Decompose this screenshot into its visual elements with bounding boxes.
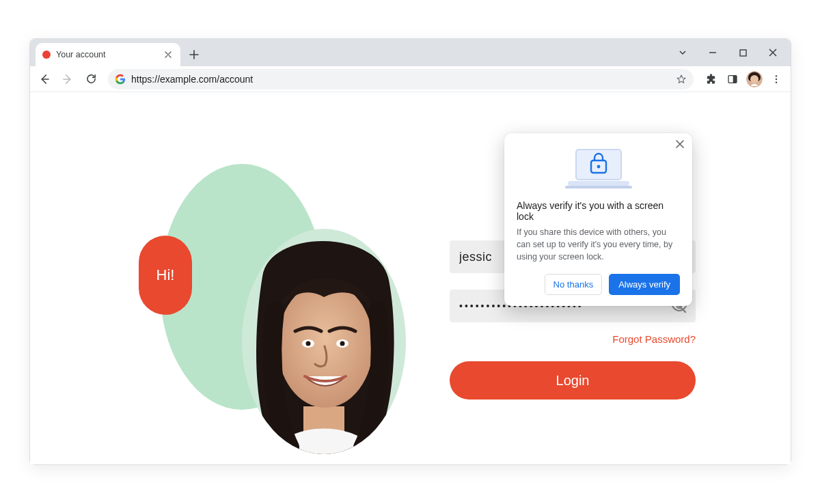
greeting-text: Hi! (156, 266, 175, 284)
maximize-button[interactable] (728, 39, 758, 66)
popup-title: Always verify it's you with a screen loc… (517, 200, 680, 222)
lock-laptop-icon (517, 143, 680, 200)
caret-down-icon[interactable] (668, 39, 698, 66)
svg-rect-16 (568, 181, 629, 186)
extensions-icon[interactable] (700, 69, 721, 89)
kebab-menu-icon[interactable] (766, 69, 787, 89)
profile-avatar[interactable] (744, 69, 765, 89)
site-info-icon[interactable] (115, 74, 126, 85)
svg-rect-2 (733, 75, 737, 83)
browser-tab[interactable]: Your account (36, 43, 180, 66)
url-input[interactable] (131, 74, 670, 85)
screen-lock-popup: Always verify it's you with a screen loc… (504, 133, 692, 306)
toolbar (30, 66, 791, 92)
no-thanks-button[interactable]: No thanks (545, 274, 603, 295)
svg-point-4 (750, 75, 758, 83)
tab-title: Your account (56, 50, 157, 59)
new-tab-button[interactable] (184, 45, 204, 64)
greeting-bubble: Hi! (139, 236, 192, 315)
svg-point-5 (776, 75, 777, 76)
tab-close-icon[interactable] (163, 49, 174, 60)
svg-point-9 (277, 282, 373, 408)
titlebar: Your account (30, 39, 791, 66)
bookmark-star-icon[interactable] (676, 74, 687, 85)
svg-point-7 (776, 81, 777, 83)
minimize-button[interactable] (698, 39, 728, 66)
svg-point-6 (776, 78, 777, 79)
login-button[interactable]: Login (450, 361, 696, 400)
forward-button[interactable] (57, 69, 78, 89)
hero-avatar (242, 229, 406, 454)
popup-body: If you share this device with others, yo… (517, 226, 680, 263)
forgot-password-link[interactable]: Forgot Password? (450, 333, 696, 345)
address-bar[interactable] (108, 69, 694, 89)
favicon (42, 51, 51, 59)
popup-actions: No thanks Always verify (517, 274, 680, 295)
popup-close-icon[interactable] (676, 140, 684, 148)
always-verify-button[interactable]: Always verify (609, 274, 680, 295)
svg-point-13 (340, 341, 345, 346)
window-controls (668, 39, 788, 66)
reload-button[interactable] (81, 69, 101, 89)
svg-rect-17 (565, 186, 632, 188)
svg-point-19 (597, 165, 600, 169)
toolbar-right (700, 69, 787, 89)
side-panel-icon[interactable] (722, 69, 743, 89)
browser-window: Your account (29, 38, 791, 465)
page-viewport: Hi! (30, 92, 791, 464)
svg-rect-0 (740, 50, 746, 56)
svg-point-12 (306, 341, 311, 346)
back-button[interactable] (34, 69, 55, 89)
window-close-button[interactable] (758, 39, 788, 66)
